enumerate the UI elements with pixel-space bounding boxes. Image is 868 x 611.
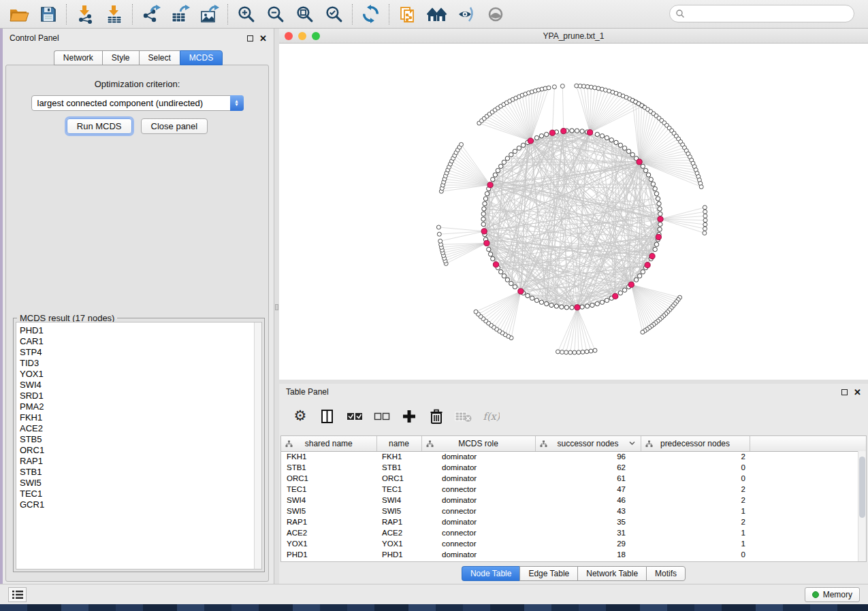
- tab-style[interactable]: Style: [102, 50, 139, 65]
- network-view-canvas[interactable]: [279, 44, 868, 380]
- add-column-button[interactable]: [400, 408, 418, 425]
- table-options-button[interactable]: ⚙: [291, 408, 309, 425]
- result-item[interactable]: GCR1: [16, 499, 261, 510]
- result-item[interactable]: STP4: [16, 347, 261, 358]
- close-panel-icon[interactable]: ✕: [259, 35, 267, 42]
- attribute-icon: [285, 440, 293, 448]
- show-columns-button[interactable]: [319, 408, 336, 425]
- result-item[interactable]: SRD1: [16, 391, 261, 401]
- table-row-ORC1[interactable]: ORC1ORC1dominator610: [281, 473, 866, 484]
- table-row-SWI5[interactable]: SWI5SWI5connector431: [281, 506, 866, 516]
- result-item[interactable]: FKH1: [16, 412, 261, 423]
- toolbar-separator: [66, 4, 67, 24]
- tab-select[interactable]: Select: [139, 50, 180, 65]
- tab-node-table[interactable]: Node Table: [462, 566, 520, 581]
- optimization-criterion-dropdown[interactable]: largest connected component (undirected)…: [31, 95, 244, 111]
- dropdown-selected-value: largest connected component (undirected): [32, 98, 230, 108]
- open-file-button[interactable]: [4, 2, 33, 27]
- result-item[interactable]: RAP1: [16, 456, 261, 467]
- network-graph[interactable]: [279, 44, 868, 380]
- vertical-splitter[interactable]: [274, 29, 279, 584]
- tab-motifs[interactable]: Motifs: [646, 566, 686, 581]
- run-mcds-button[interactable]: Run MCDS: [67, 118, 132, 134]
- dropdown-arrows-icon: ▲▼: [230, 95, 244, 111]
- result-item[interactable]: STB1: [16, 467, 261, 478]
- result-item[interactable]: ACE2: [16, 423, 261, 434]
- table-row-STB1[interactable]: STB1STB1dominator620: [281, 462, 866, 473]
- close-panel-button[interactable]: Close panel: [141, 118, 208, 134]
- hide-details-button[interactable]: [451, 2, 481, 27]
- table-row-RAP1[interactable]: RAP1RAP1dominator352: [281, 516, 866, 527]
- refresh-layout-icon: [361, 5, 380, 23]
- result-item[interactable]: SWI4: [16, 380, 261, 391]
- export-table-button[interactable]: [165, 2, 195, 27]
- zoom-out-button[interactable]: [261, 2, 290, 27]
- table-row-SWI4[interactable]: SWI4SWI4dominator462: [281, 495, 866, 506]
- minimize-window-icon[interactable]: [298, 32, 306, 40]
- refresh-layout-button[interactable]: [356, 2, 385, 27]
- table-row-ACE2[interactable]: ACE2ACE2connector311: [281, 527, 866, 538]
- save-session-button[interactable]: [33, 2, 63, 27]
- result-item[interactable]: TID3: [16, 358, 261, 369]
- search-input[interactable]: [685, 7, 854, 20]
- export-image-button[interactable]: [195, 2, 224, 27]
- new-network-from-selection-button[interactable]: [393, 2, 422, 27]
- tab-network[interactable]: Network: [54, 50, 102, 65]
- delete-columns-button[interactable]: [428, 408, 445, 425]
- memory-button[interactable]: Memory: [805, 587, 860, 602]
- close-table-panel-icon[interactable]: ✕: [854, 389, 861, 395]
- result-item[interactable]: CAR1: [16, 336, 261, 347]
- unselect-all-columns-button[interactable]: [373, 408, 391, 425]
- maximize-window-icon[interactable]: [312, 32, 320, 40]
- tab-network-table[interactable]: Network Table: [577, 566, 646, 581]
- table-row-FKH1[interactable]: FKH1FKH1dominator962: [281, 451, 866, 462]
- main-toolbar: [0, 0, 868, 29]
- task-history-button[interactable]: [8, 587, 27, 602]
- result-item[interactable]: ORC1: [16, 445, 261, 456]
- zoom-selected-button[interactable]: [319, 2, 349, 27]
- export-network-button[interactable]: [136, 2, 165, 27]
- result-item[interactable]: TEC1: [16, 489, 261, 499]
- table-row-YOX1[interactable]: YOX1YOX1connector291: [281, 538, 866, 549]
- function-builder-button[interactable]: f(x): [482, 408, 500, 425]
- float-panel-icon[interactable]: [247, 35, 253, 42]
- tab-mcds[interactable]: MCDS: [180, 50, 223, 65]
- close-window-icon[interactable]: [285, 32, 293, 40]
- svg-text:f(x): f(x): [483, 411, 500, 422]
- toolbar-separator: [352, 4, 353, 24]
- toolbar-separator: [227, 4, 228, 24]
- zoom-selected-icon: [325, 5, 343, 23]
- new-network-from-selection-icon: [398, 5, 417, 24]
- delete-table-button[interactable]: [455, 408, 472, 425]
- zoom-out-icon: [266, 5, 285, 23]
- import-table-button[interactable]: [99, 2, 129, 27]
- zoom-in-button[interactable]: [231, 2, 261, 27]
- table-toolbar: ⚙f(x): [279, 400, 868, 433]
- column-header-shared-name[interactable]: shared name: [281, 436, 376, 451]
- search-box[interactable]: [669, 5, 854, 22]
- select-all-columns-button[interactable]: [346, 408, 364, 425]
- import-network-button[interactable]: [70, 2, 99, 27]
- column-header-name[interactable]: name: [376, 436, 421, 451]
- float-table-panel-icon[interactable]: [841, 389, 848, 395]
- result-item[interactable]: STB5: [16, 434, 261, 445]
- zoom-fit-button[interactable]: [290, 2, 319, 27]
- mcds-tab-pane: Optimization criterion: largest connecte…: [5, 65, 269, 582]
- table-scrollbar[interactable]: [858, 451, 866, 561]
- column-header-MCDS-role[interactable]: MCDS role: [421, 436, 535, 451]
- column-header-successor-nodes[interactable]: successor nodes: [535, 436, 641, 451]
- tab-edge-table[interactable]: Edge Table: [519, 566, 577, 581]
- result-item[interactable]: SWI5: [16, 478, 261, 489]
- svg-text:⚙: ⚙: [294, 409, 307, 424]
- column-header-predecessor-nodes[interactable]: predecessor nodes: [641, 436, 750, 451]
- result-item[interactable]: YOX1: [16, 369, 261, 380]
- show-details-button[interactable]: [481, 2, 510, 27]
- show-all-windows-button[interactable]: [422, 2, 451, 27]
- status-bar: Memory: [0, 584, 868, 604]
- result-item[interactable]: PMA2: [16, 401, 261, 412]
- table-row-PHD1[interactable]: PHD1PHD1dominator180: [281, 549, 866, 560]
- graph-edges: [483, 131, 660, 308]
- table-row-TEC1[interactable]: TEC1TEC1connector472: [281, 484, 866, 495]
- result-item[interactable]: PHD1: [16, 325, 261, 336]
- result-list-scrollbar[interactable]: [254, 323, 261, 569]
